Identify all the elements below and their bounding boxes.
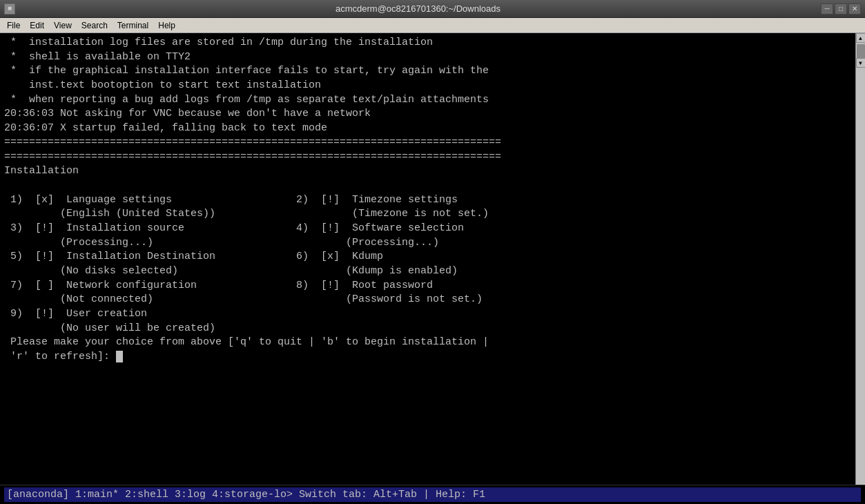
menu-file[interactable]: File	[3, 19, 24, 32]
maximize-button[interactable]: □	[835, 3, 847, 14]
menubar: File Edit View Search Terminal Help	[0, 18, 865, 33]
window-title: acmcderm@oc8216701360:~/Downloads	[15, 3, 821, 14]
menu-search[interactable]: Search	[77, 19, 112, 32]
scrollbar[interactable]: ▲ ▼	[855, 33, 865, 485]
minimize-button[interactable]: ─	[821, 3, 833, 14]
window-controls: ─ □ ✕	[821, 3, 861, 14]
terminal-cursor	[116, 351, 123, 362]
statusbar-text: [anaconda] 1:main* 2:shell 3:log 4:stora…	[4, 487, 861, 502]
scroll-up-button[interactable]: ▲	[856, 33, 866, 43]
close-button[interactable]: ✕	[848, 3, 861, 14]
statusbar: [anaconda] 1:main* 2:shell 3:log 4:stora…	[0, 485, 865, 504]
window-icon: ■	[4, 3, 15, 14]
scroll-down-button[interactable]: ▼	[856, 58, 866, 68]
menu-help[interactable]: Help	[154, 19, 179, 32]
scroll-thumb[interactable]	[857, 44, 865, 58]
menu-edit[interactable]: Edit	[26, 19, 48, 32]
terminal-wrapper: * installation log files are stored in /…	[0, 33, 865, 485]
terminal-output[interactable]: * installation log files are stored in /…	[0, 33, 855, 485]
titlebar: ■ acmcderm@oc8216701360:~/Downloads ─ □ …	[0, 0, 865, 18]
menu-view[interactable]: View	[50, 19, 76, 32]
menu-terminal[interactable]: Terminal	[113, 19, 153, 32]
